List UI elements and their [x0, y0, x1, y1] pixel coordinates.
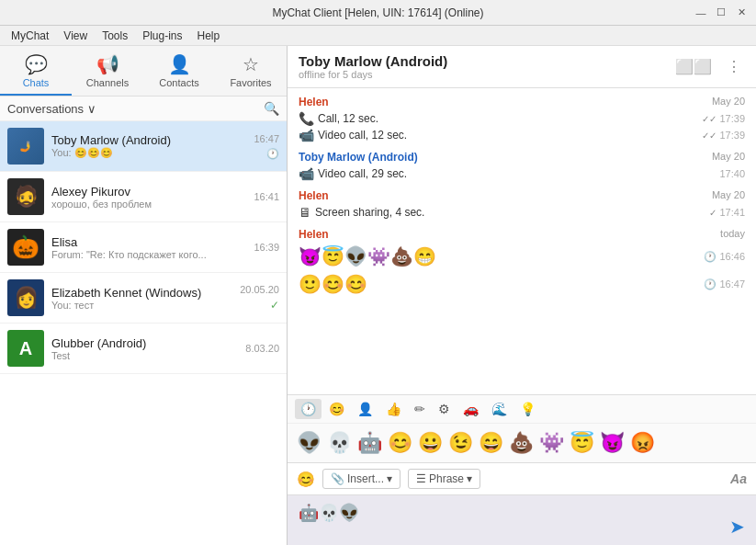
msg-sender-toby: Toby Marlow (Android): [299, 151, 418, 164]
conv-time-elisa: 16:39: [254, 242, 279, 253]
conv-time-glubber: 8.03.20: [245, 343, 279, 354]
emoji-tab-settings[interactable]: ⚙: [433, 399, 456, 419]
titlebar-title: MyChat Client [Helen, UIN: 17614] (Onlin…: [62, 6, 694, 19]
tab-chats-label: Chats: [23, 77, 50, 88]
conv-item-glubber[interactable]: A Glubber (Android) Test 8.03.20: [0, 324, 287, 374]
tab-favorites[interactable]: ☆ Favorites: [215, 50, 287, 96]
avatar-elizabeth: 👩: [7, 279, 44, 316]
conv-check-elizabeth: ✓: [270, 299, 279, 312]
conv-preview-toby: You: 😊😊😊: [51, 147, 254, 159]
emoji-tab-ideas[interactable]: 💡: [514, 399, 541, 419]
phrase-button[interactable]: ☰ Phrase ▾: [408, 469, 480, 489]
emoji-robot[interactable]: 🤖: [355, 429, 384, 457]
emoji-skull[interactable]: 💀: [325, 429, 354, 457]
tab-contacts-label: Contacts: [159, 77, 198, 88]
msg-content-videocall1: 📹 Video call, 12 sec.: [299, 128, 407, 142]
conv-meta-elisa: 16:39: [254, 242, 279, 253]
emoji-button[interactable]: 😊: [297, 471, 315, 488]
menu-mychat[interactable]: MyChat: [4, 28, 56, 44]
tab-favorites-label: Favorites: [230, 77, 271, 88]
conv-item-toby[interactable]: 🤳 Toby Marlow (Android) You: 😊😊😊 16:47 🕐: [0, 121, 287, 172]
conv-status-toby: 🕐: [266, 148, 279, 160]
msg-sender-helen1: Helen: [299, 96, 329, 108]
font-button[interactable]: Aa: [730, 471, 747, 486]
chat-header: Toby Marlow (Android) offline for 5 days…: [288, 46, 756, 88]
emoji-alien[interactable]: 👽: [295, 429, 323, 457]
menu-help[interactable]: Help: [190, 28, 228, 44]
emoji-tab-people[interactable]: 👤: [352, 399, 378, 419]
more-options-button[interactable]: ⋮: [723, 56, 745, 77]
emoji-poop[interactable]: 💩: [507, 429, 536, 457]
conversations-header: Conversations ∨ 🔍: [0, 97, 287, 121]
emoji-grid: 👽 💀 🤖 😊 😀 😉 😄 💩 👾 😇 😈 😡: [288, 424, 756, 462]
msg-block-helen-screen: Helen May 20 🖥 Screen sharing, 4 sec. ✓ …: [299, 189, 745, 221]
search-button[interactable]: 🔍: [264, 101, 279, 116]
emoji-tab-gestures[interactable]: 👍: [380, 399, 407, 419]
send-button[interactable]: ➤: [729, 516, 745, 538]
conv-meta-elizabeth: 20.05.20 ✓: [240, 284, 279, 312]
close-button[interactable]: ✕: [734, 6, 749, 20]
emoji-tab-recent[interactable]: 🕐: [295, 399, 322, 419]
emoji-tab-nature[interactable]: 🌊: [486, 399, 513, 419]
emoji-angel[interactable]: 😇: [568, 429, 596, 457]
contacts-icon: 👤: [168, 53, 191, 75]
emoji-smile[interactable]: 😊: [386, 429, 414, 457]
emoji-angry[interactable]: 😡: [628, 429, 657, 457]
input-bar: 😊 📎 Insert... ▾ ☰ Phrase ▾ Aa: [288, 462, 756, 494]
video-icon2: 📹: [299, 166, 314, 181]
insert-button[interactable]: 📎 Insert... ▾: [322, 469, 401, 489]
conv-name-elizabeth: Elizabeth Kennet (Windows): [51, 286, 240, 300]
conv-info-elisa: Elisa Forum: "Re: Кто подскажет кого...: [51, 235, 254, 260]
msg-content-videocall2: 📹 Video call, 29 sec.: [299, 166, 407, 181]
maximize-button[interactable]: ☐: [714, 6, 728, 20]
avatar-glubber: A: [7, 330, 44, 367]
msg-date-toby: Toby Marlow (Android) May 20: [299, 151, 745, 164]
conv-info-elizabeth: Elizabeth Kennet (Windows) You: тест: [51, 286, 240, 311]
msg-time-call-val: 17:39: [719, 113, 745, 124]
conv-item-alexey[interactable]: 🧔 Alexey Pikurov хорошо, без проблем 16:…: [0, 172, 287, 222]
msg-row-call: 📞 Call, 12 sec. ✓✓ 17:39: [299, 110, 745, 127]
emoji-tab-objects[interactable]: ✏: [409, 399, 431, 419]
tab-contacts[interactable]: 👤 Contacts: [143, 50, 215, 96]
msg-row-screen: 🖥 Screen sharing, 4 sec. ✓ 17:41: [299, 204, 745, 221]
menu-tools[interactable]: Tools: [95, 28, 135, 44]
emoji-laugh[interactable]: 😄: [477, 429, 505, 457]
call-icon: 📞: [299, 111, 314, 126]
text-input-content[interactable]: 🤖💀👽: [299, 503, 722, 523]
chat-messages: Helen May 20 📞 Call, 12 sec. ✓✓ 17:39: [288, 88, 756, 394]
emoji-tab-travel[interactable]: 🚗: [457, 399, 484, 419]
emoji-space-invader[interactable]: 👾: [537, 429, 566, 457]
conv-time-elizabeth: 20.05.20: [240, 284, 279, 295]
menu-view[interactable]: View: [56, 28, 95, 44]
conv-item-elisa[interactable]: 🎃 Elisa Forum: "Re: Кто подскажет кого..…: [0, 222, 287, 273]
msg-row-videocall1: 📹 Video call, 12 sec. ✓✓ 17:39: [299, 127, 745, 143]
msg-date-helen3-date: today: [720, 228, 745, 241]
tab-channels[interactable]: 📢 Channels: [72, 50, 143, 96]
conversations-title[interactable]: Conversations ∨: [7, 102, 96, 116]
msg-content-emoji1: 😈😇👽👾💩😁: [299, 244, 436, 269]
msg-text-call: Call, 12 sec.: [318, 112, 378, 125]
chat-header-info: Toby Marlow (Android) offline for 5 days: [299, 53, 447, 80]
clock-icon2: 🕐: [704, 278, 717, 290]
emoji-wink[interactable]: 😉: [446, 429, 475, 457]
msg-content-emoji2: 🙂😊😊: [299, 271, 367, 297]
conv-preview-elizabeth: You: тест: [51, 300, 240, 311]
minimize-button[interactable]: —: [694, 6, 708, 20]
msg-content-call: 📞 Call, 12 sec.: [299, 111, 378, 126]
split-view-button[interactable]: ⬜⬜: [671, 56, 716, 77]
text-input-area[interactable]: 🤖💀👽 ➤: [288, 494, 756, 545]
emoji-grin[interactable]: 😀: [416, 429, 445, 457]
menubar: MyChat View Tools Plug-ins Help: [0, 26, 756, 46]
msg-time-screen-val: 17:41: [719, 207, 745, 218]
msg-content-screen: 🖥 Screen sharing, 4 sec.: [299, 205, 424, 220]
conversations-label: Conversations ∨: [7, 102, 96, 116]
conv-time-alexey: 16:41: [254, 191, 279, 202]
emoji-tab-smileys[interactable]: 😊: [323, 399, 350, 419]
phrase-icon: ☰: [416, 472, 426, 485]
tab-chats[interactable]: 💬 Chats: [0, 50, 72, 96]
menu-plugins[interactable]: Plug-ins: [135, 28, 189, 44]
msg-date-helen2: Helen May 20: [299, 189, 745, 202]
emoji-devil[interactable]: 😈: [598, 429, 626, 457]
msg-check-videocall1: ✓✓: [702, 131, 717, 141]
conv-item-elizabeth[interactable]: 👩 Elizabeth Kennet (Windows) You: тест 2…: [0, 273, 287, 324]
